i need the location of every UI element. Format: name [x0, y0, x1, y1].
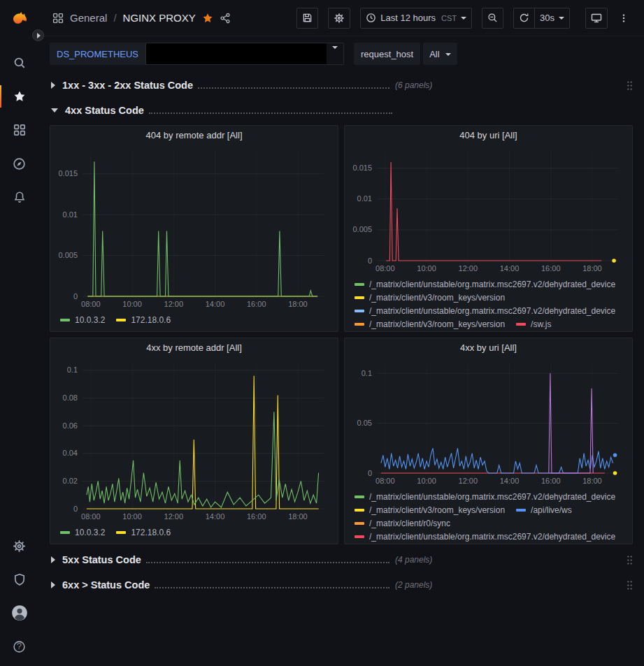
sidebar-item-search[interactable] [0, 46, 38, 80]
svg-text:14:00: 14:00 [500, 477, 520, 485]
row-drag-handle[interactable] [627, 554, 633, 565]
legend-swatch [116, 531, 126, 534]
svg-text:0.01: 0.01 [357, 194, 372, 203]
time-series-chart[interactable]: 00.020.040.060.080.108:0010:0012:0014:00… [53, 358, 332, 524]
legend-item[interactable]: /_matrix/client/unstable/org.matrix.msc2… [355, 305, 615, 317]
svg-text:0.015: 0.015 [352, 164, 372, 172]
sidebar-item-help[interactable]: ? [0, 630, 38, 663]
legend-label: /_matrix/client/r0/sync [369, 517, 450, 530]
top-bar: General / NGINX PROXY Last 12 hours [38, 0, 644, 36]
svg-text:0.05: 0.05 [357, 419, 372, 427]
legend-swatch [355, 296, 364, 299]
zoom-out-button[interactable] [482, 8, 503, 29]
shield-icon [13, 573, 26, 586]
svg-text:0.06: 0.06 [63, 421, 78, 430]
row-panel-count: (4 panels) [395, 555, 432, 565]
sidebar-item-configuration[interactable] [0, 529, 38, 563]
panel-title[interactable]: 4xx by uri [All] [345, 338, 632, 356]
legend-item[interactable]: /sw.js [516, 318, 551, 331]
svg-text:14:00: 14:00 [206, 512, 225, 521]
legend-swatch [60, 319, 70, 321]
legend-item[interactable]: /_matrix/client/v3/room_keys/version [355, 318, 505, 331]
time-range-picker[interactable]: Last 12 hours CST [360, 8, 472, 29]
svg-text:0.01: 0.01 [63, 210, 78, 219]
svg-text:0.005: 0.005 [352, 225, 372, 233]
legend-swatch [516, 323, 526, 326]
dashboard-settings-button[interactable] [328, 8, 350, 29]
svg-text:16:00: 16:00 [247, 512, 266, 521]
legend-swatch [60, 531, 70, 534]
row-header-6xx[interactable]: 6xx > Status Code (2 panels) [50, 574, 633, 595]
grafana-logo-icon [10, 10, 29, 29]
legend-label: 172.18.0.6 [131, 314, 171, 326]
panel-title[interactable]: 404 by uri [All] [345, 126, 632, 144]
sidebar-item-dashboards[interactable] [0, 113, 38, 147]
datasource-variable-value[interactable] [145, 43, 344, 65]
svg-text:18:00: 18:00 [288, 300, 308, 308]
chevron-down-icon [445, 53, 451, 56]
legend-item[interactable]: /api/live/ws [516, 504, 572, 516]
request-host-variable-label[interactable]: request_host [354, 43, 420, 65]
time-series-chart[interactable]: 00.0050.010.01508:0010:0012:0014:0016:00… [53, 145, 332, 312]
svg-text:14:00: 14:00 [206, 300, 225, 308]
legend-item[interactable]: 172.18.0.6 [116, 314, 171, 326]
refresh-interval-picker[interactable]: 30s [534, 8, 570, 29]
breadcrumb-separator: / [113, 12, 116, 24]
row-header-1xx[interactable]: 1xx - 3xx - 2xx Status Code (6 panels) [50, 75, 633, 95]
svg-text:08:00: 08:00 [375, 477, 395, 485]
svg-text:12:00: 12:00 [459, 264, 478, 273]
svg-text:08:00: 08:00 [81, 512, 101, 521]
sidebar-item-explore[interactable] [0, 147, 38, 180]
grafana-logo[interactable] [0, 4, 38, 35]
sidebar-item-server-admin[interactable] [0, 563, 38, 596]
legend-item[interactable]: 10.0.3.2 [60, 314, 105, 326]
row-drag-handle[interactable] [627, 579, 633, 590]
legend-item[interactable]: /_matrix/client/v3/room_keys/version [355, 291, 505, 304]
time-series-chart[interactable]: 00.050.108:0010:0012:0014:0016:0018:00 [348, 358, 627, 488]
breadcrumb: General / NGINX PROXY [52, 12, 231, 24]
share-icon[interactable] [220, 13, 231, 24]
legend-item[interactable]: /_matrix/client/v3/room_keys/version [355, 504, 505, 516]
legend-label: /sw.js [531, 318, 551, 331]
svg-text:16:00: 16:00 [541, 477, 561, 485]
compass-icon [13, 157, 26, 171]
svg-text:16:00: 16:00 [247, 300, 266, 308]
tv-mode-button[interactable] [585, 8, 608, 29]
legend-item[interactable]: /_matrix/client/unstable/org.matrix.msc2… [355, 491, 615, 503]
svg-text:0.1: 0.1 [67, 365, 78, 374]
dashboard-title[interactable]: NGINX PROXY [123, 12, 196, 24]
refresh-button[interactable] [513, 8, 534, 29]
sidebar-item-alerting[interactable] [0, 180, 38, 214]
row-header-5xx[interactable]: 5xx Status Code (4 panels) [50, 549, 633, 570]
save-dashboard-button[interactable] [296, 8, 318, 29]
row-drag-handle[interactable] [627, 80, 633, 90]
sidebar-expand-button[interactable] [32, 29, 44, 41]
request-host-variable-value[interactable]: All [423, 43, 457, 65]
kebab-menu-button[interactable] [613, 8, 634, 29]
sidebar-item-starred[interactable] [0, 80, 38, 113]
legend-label: /_matrix/client/unstable/org.matrix.msc2… [369, 530, 615, 543]
favorite-star-icon[interactable] [202, 13, 213, 24]
svg-text:0: 0 [368, 469, 372, 477]
legend-item[interactable]: 172.18.0.6 [116, 526, 171, 539]
sidebar-item-profile[interactable] [0, 596, 38, 630]
row-dotted-leader [155, 587, 389, 588]
legend-item[interactable]: /_matrix/client/r0/sync [355, 517, 450, 530]
time-series-chart[interactable]: 00.0050.010.01508:0010:0012:0014:0016:00… [348, 145, 627, 276]
svg-text:0.015: 0.015 [58, 169, 78, 178]
datasource-variable-label[interactable]: DS_PROMETHEUS [50, 43, 145, 65]
row-header-4xx[interactable]: 4xx Status Code [50, 100, 633, 120]
variable-datasource: DS_PROMETHEUS [50, 43, 344, 65]
panel-title[interactable]: 4xx by remote addr [All] [50, 338, 338, 356]
panel-legend: /_matrix/client/unstable/org.matrix.msc2… [345, 488, 632, 544]
legend-label: /_matrix/client/v3/room_keys/version [369, 504, 505, 516]
legend-item[interactable]: /_matrix/client/unstable/org.matrix.msc2… [355, 530, 615, 543]
panel-legend: /_matrix/client/unstable/org.matrix.msc2… [345, 276, 632, 331]
panel-legend: 10.0.3.2172.18.0.6 [50, 312, 338, 331]
panel-title[interactable]: 404 by remote addr [All] [50, 126, 338, 144]
legend-item[interactable]: 10.0.3.2 [60, 526, 105, 539]
legend-item[interactable]: /_matrix/client/unstable/org.matrix.msc2… [355, 278, 615, 291]
breadcrumb-folder[interactable]: General [70, 12, 107, 24]
legend-label: /_matrix/client/unstable/org.matrix.msc2… [369, 491, 615, 503]
chevron-right-icon [51, 82, 55, 89]
